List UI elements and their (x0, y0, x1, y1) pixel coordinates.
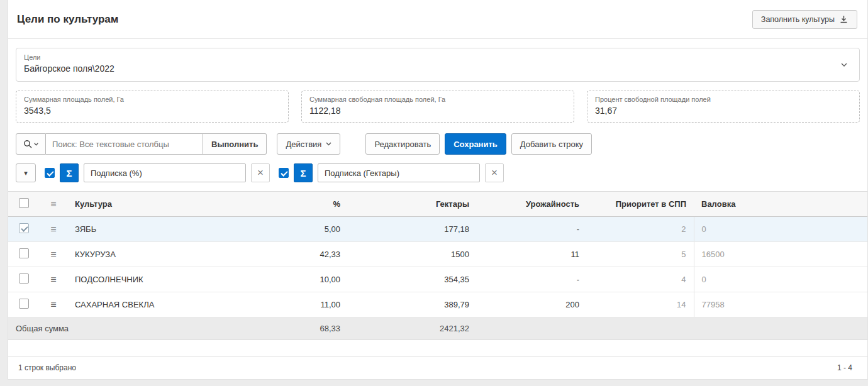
cell-percent[interactable]: 10,00 (222, 267, 348, 292)
region-body: Цели Байгорское поля\2022 Суммарная площ… (8, 39, 867, 356)
select-all-checkbox[interactable] (19, 198, 29, 208)
cell-priority[interactable]: 4 (587, 267, 694, 292)
search-input[interactable] (46, 133, 203, 155)
table-row[interactable]: ≡ ЗЯБЬ 5,00 177,18 - 2 0 (8, 217, 867, 242)
cell-percent[interactable]: 42,33 (222, 242, 348, 267)
goals-select-label: Цели (24, 53, 834, 61)
grid-toolbar: Выполнить Действия Редактировать Сохрани… (16, 133, 860, 155)
cell-priority[interactable]: 2 (587, 217, 694, 242)
cell-culture[interactable]: КУКУРУЗА (67, 242, 222, 267)
edit-button-label: Редактировать (374, 140, 431, 149)
cell-yield[interactable]: - (477, 267, 587, 292)
column-header-gross[interactable]: Валовка (694, 192, 867, 217)
table-row[interactable]: ≡ КУКУРУЗА 42,33 1500 11 5 16500 (8, 242, 867, 267)
aggregate-percent-checkbox[interactable] (45, 168, 55, 178)
row-checkbox[interactable] (19, 223, 29, 233)
cell-yield[interactable]: - (477, 217, 587, 242)
cell-culture[interactable]: ЗЯБЬ (67, 217, 222, 242)
sigma-icon[interactable]: Σ (60, 163, 79, 182)
cell-gross[interactable]: 0 (694, 267, 867, 292)
drag-handle-icon[interactable]: ≡ (50, 274, 56, 285)
total-area-label: Суммарная площадь полей, Га (24, 96, 281, 103)
total-label: Общая сумма (8, 317, 222, 340)
sigma-icon[interactable]: Σ (294, 163, 313, 182)
free-area-percent-value: 31,67 (595, 106, 617, 116)
free-area-percent-label: Процент свободной площади полей (595, 96, 852, 103)
free-area-value: 1122,18 (309, 106, 341, 116)
row-checkbox[interactable] (19, 273, 29, 284)
fill-crops-button[interactable]: Заполнить культуры (752, 10, 857, 29)
drag-handle-icon[interactable]: ≡ (50, 249, 56, 260)
column-header-culture[interactable]: Культура (67, 192, 222, 217)
actions-menu-button[interactable]: Действия (277, 133, 340, 155)
close-icon: × (257, 167, 264, 179)
total-area-value: 3543,5 (24, 106, 51, 116)
cell-yield[interactable]: 200 (477, 292, 587, 317)
crops-grid: ≡ Культура % Гектары Урожайность Приорит… (8, 191, 867, 340)
search-scope-button[interactable] (16, 133, 46, 155)
column-header-priority[interactable]: Приоритет в СПП (587, 192, 694, 217)
aggregate-chip-percent: Σ Подписка (%) × (45, 163, 270, 182)
cell-gross[interactable]: 0 (694, 217, 867, 242)
cell-culture[interactable]: САХАРНАЯ СВЕКЛА (67, 292, 222, 317)
total-area-field: Суммарная площадь полей, Га 3543,5 (16, 91, 289, 123)
free-area-field: Суммарная свободная площадь полей, Га 11… (301, 91, 574, 123)
actions-menu-label: Действия (286, 140, 321, 149)
cell-priority[interactable]: 14 (587, 292, 694, 317)
fill-crops-button-label: Заполнить культуры (761, 15, 835, 24)
caret-down-icon: ▾ (24, 169, 28, 177)
column-settings-button[interactable]: ▾ (16, 163, 36, 182)
chevron-down-icon (34, 143, 38, 146)
cell-gross[interactable]: 16500 (694, 242, 867, 267)
goals-by-crops-region: Цели по культурам Заполнить культуры Цел… (8, 0, 868, 380)
aggregate-percent-name-field[interactable]: Подписка (%) (84, 163, 246, 182)
cell-percent[interactable]: 11,00 (222, 292, 348, 317)
run-search-label: Выполнить (211, 140, 258, 149)
save-button[interactable]: Сохранить (445, 133, 506, 155)
aggregate-chip-hectares: Σ Подписка (Гектары) × (279, 163, 504, 182)
table-row[interactable]: ≡ САХАРНАЯ СВЕКЛА 11,00 389,79 200 14 77… (8, 292, 867, 317)
column-header-yield[interactable]: Урожайность (477, 192, 587, 217)
aggregate-percent-label: Подписка (%) (91, 168, 142, 178)
cell-culture[interactable]: ПОДСОЛНЕЧНИК (67, 267, 222, 292)
free-area-label: Суммарная свободная площадь полей, Га (309, 96, 566, 103)
remove-aggregate-hectares-button[interactable]: × (485, 163, 504, 182)
aggregates-row: ▾ Σ Подписка (%) × Σ (16, 163, 860, 182)
edit-button[interactable]: Редактировать (365, 133, 440, 155)
save-button-label: Сохранить (453, 140, 498, 149)
free-area-percent-field: Процент свободной площади полей 31,67 (587, 91, 860, 123)
cell-gross[interactable]: 77958 (694, 292, 867, 317)
chevron-down-icon[interactable] (839, 60, 849, 70)
remove-aggregate-percent-button[interactable]: × (251, 163, 270, 182)
add-row-button-label: Добавить строку (520, 140, 583, 149)
row-checkbox[interactable] (19, 248, 29, 258)
total-percent: 68,33 (222, 317, 348, 340)
grid-status-bar: 1 строк выбрано 1 - 4 (8, 356, 867, 379)
drag-handle-icon[interactable]: ≡ (50, 299, 56, 310)
cell-hectares[interactable]: 354,35 (348, 267, 477, 292)
column-header-percent[interactable]: % (222, 192, 348, 217)
search-icon (23, 140, 32, 148)
goals-select[interactable]: Цели Байгорское поля\2022 (16, 48, 860, 82)
aggregate-hectares-checkbox[interactable] (279, 168, 289, 178)
column-header-hectares[interactable]: Гектары (348, 192, 477, 217)
row-menu-icon[interactable]: ≡ (50, 199, 56, 209)
drag-handle-icon[interactable]: ≡ (50, 224, 56, 234)
add-row-button[interactable]: Добавить строку (511, 133, 592, 155)
cell-hectares[interactable]: 1500 (348, 242, 477, 267)
total-hectares: 2421,32 (348, 317, 477, 340)
grid-header-row: ≡ Культура % Гектары Урожайность Приорит… (8, 192, 867, 217)
cell-yield[interactable]: 11 (477, 242, 587, 267)
run-search-button[interactable]: Выполнить (203, 133, 267, 155)
table-row[interactable]: ≡ ПОДСОЛНЕЧНИК 10,00 354,35 - 4 0 (8, 267, 867, 292)
cell-percent[interactable]: 5,00 (222, 217, 348, 242)
row-checkbox[interactable] (19, 299, 29, 309)
cell-hectares[interactable]: 389,79 (348, 292, 477, 317)
cell-hectares[interactable]: 177,18 (348, 217, 477, 242)
cell-priority[interactable]: 5 (587, 242, 694, 267)
summary-fields-row: Суммарная площадь полей, Га 3543,5 Сумма… (16, 91, 860, 123)
aggregate-hectares-name-field[interactable]: Подписка (Гектары) (318, 163, 480, 182)
rows-selected-text: 1 строк выбрано (18, 363, 76, 372)
page-title: Цели по культурам (17, 13, 118, 26)
aggregate-total-row: Общая сумма 68,33 2421,32 (8, 317, 867, 340)
